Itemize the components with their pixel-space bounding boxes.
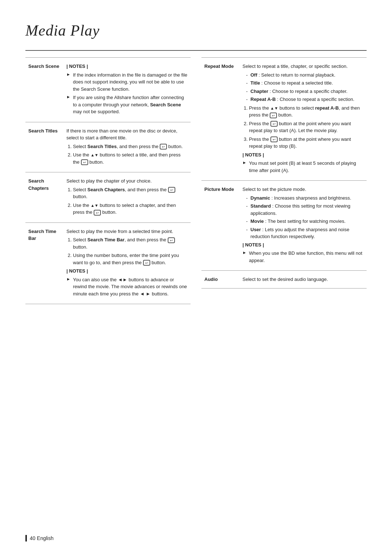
- intro-text: Select to play the chapter of your choic…: [66, 177, 188, 185]
- notes-header: NOTES: [242, 241, 364, 249]
- list-item: If the index information in the file is …: [66, 71, 188, 93]
- list-item: Press the button at the point where you …: [249, 120, 364, 134]
- notes-header: NOTES: [242, 151, 364, 159]
- content-picture-mode: Select to set the picture mode. Dynamic …: [240, 181, 367, 271]
- button-icon: [168, 237, 175, 243]
- right-table: Repeat Mode Select to repeat a title, ch…: [201, 57, 367, 289]
- list-item: Select Search Titles, and then press the…: [73, 143, 188, 150]
- list-item: Use the ▲▼ buttons to select a title, an…: [73, 151, 188, 165]
- steps-list: Select Search Titles, and then press the…: [66, 143, 188, 166]
- list-item: Movie : The best setting for watching mo…: [245, 218, 364, 225]
- list-item: Press the ▲▼ buttons to select repeat A-…: [249, 105, 364, 119]
- content-search-chapters: Select to play the chapter of your choic…: [64, 172, 191, 223]
- list-item: You must set point (B) at least 5 second…: [242, 160, 364, 174]
- dash-list: Dynamic : Increases sharpness and bright…: [242, 195, 364, 240]
- table-row: Picture Mode Select to set the picture m…: [201, 181, 367, 271]
- content-wrapper: Search Scene NOTES If the index informat…: [25, 57, 367, 304]
- list-item: Standard : Choose this setting for most …: [245, 203, 364, 217]
- notes-list: You must set point (B) at least 5 second…: [242, 160, 364, 174]
- list-item: Use the ▲▼ buttons to select a chapter, …: [73, 202, 188, 216]
- list-item: Chapter : Choose to repeat a specific ch…: [245, 88, 364, 95]
- label-audio: Audio: [201, 271, 240, 289]
- title-divider: [25, 50, 367, 51]
- button-icon: [270, 121, 278, 127]
- list-item: Repeat A-B : Choose to repeat a specific…: [245, 96, 364, 103]
- notes-header: NOTES: [66, 63, 188, 70]
- page: Media Play Search Scene NOTES If the ind…: [0, 0, 392, 556]
- notes-list: You can also use the ◄► buttons to advan…: [66, 276, 188, 298]
- content-search-time-bar: Select to play the movie from a selected…: [64, 222, 191, 304]
- label-search-chapters: SearchChapters: [25, 172, 64, 223]
- table-row: Search TimeBar Select to play the movie …: [25, 222, 191, 304]
- button-icon: [270, 136, 278, 142]
- list-item: You can also use the ◄► buttons to advan…: [66, 276, 188, 298]
- list-item: Using the number buttons, enter the time…: [73, 252, 188, 266]
- list-item: Select Search Chapters, and then press t…: [73, 186, 188, 200]
- content-audio: Select to set the desired audio language…: [240, 271, 367, 289]
- list-item: User : Lets you adjust the sharpness and…: [245, 226, 364, 240]
- steps-list: Select Search Time Bar, and then press t…: [66, 236, 188, 266]
- left-table: Search Scene NOTES If the index informat…: [25, 57, 191, 304]
- list-item: Press the button at the point where you …: [249, 136, 364, 150]
- intro-text: If there is more than one movie on the d…: [66, 127, 188, 142]
- label-search-titles: Search Titles: [25, 122, 64, 172]
- button-icon: [160, 144, 167, 150]
- steps-list: Select Search Chapters, and then press t…: [66, 186, 188, 216]
- label-repeat-mode: Repeat Mode: [201, 58, 240, 181]
- table-row: Repeat Mode Select to repeat a title, ch…: [201, 58, 367, 181]
- table-row: Search Scene NOTES If the index informat…: [25, 58, 191, 122]
- steps-list: Press the ▲▼ buttons to select repeat A-…: [242, 105, 364, 150]
- list-item: When you use the BD wise function, this …: [242, 250, 364, 264]
- table-row: Search Titles If there is more than one …: [25, 122, 191, 172]
- button-icon: [143, 260, 150, 266]
- content-search-titles: If there is more than one movie on the d…: [64, 122, 191, 172]
- right-column: Repeat Mode Select to repeat a title, ch…: [201, 57, 367, 304]
- notes-header: NOTES: [66, 267, 188, 275]
- label-search-scene: Search Scene: [25, 58, 64, 122]
- intro-text: Select to set the picture mode.: [242, 186, 364, 193]
- footer-lang: English: [37, 535, 54, 541]
- button-icon: [81, 159, 88, 165]
- notes-list: When you use the BD wise function, this …: [242, 250, 364, 264]
- table-row: Audio Select to set the desired audio la…: [201, 271, 367, 289]
- left-column: Search Scene NOTES If the index informat…: [25, 57, 191, 304]
- list-item: Title : Choose to repeat a selected titl…: [245, 79, 364, 87]
- button-icon: [94, 210, 101, 216]
- footer-bar-icon: [25, 535, 27, 541]
- label-search-time-bar: Search TimeBar: [25, 222, 64, 304]
- dash-list: Off : Select to return to normal playbac…: [242, 71, 364, 103]
- intro-text: Select to repeat a title, chapter, or sp…: [242, 63, 364, 70]
- list-item: Off : Select to return to normal playbac…: [245, 71, 364, 79]
- page-title: Media Play: [25, 22, 367, 39]
- list-item: If you are using the Allshare function a…: [66, 94, 188, 115]
- button-icon: [168, 187, 175, 193]
- list-item: Dynamic : Increases sharpness and bright…: [245, 195, 364, 202]
- footer-page-number: 40: [30, 535, 36, 541]
- button-icon: [270, 113, 277, 118]
- page-footer: 40 English: [25, 535, 54, 541]
- notes-list: If the index information in the file is …: [66, 71, 188, 115]
- content-repeat-mode: Select to repeat a title, chapter, or sp…: [240, 58, 367, 181]
- label-picture-mode: Picture Mode: [201, 181, 240, 271]
- content-search-scene: NOTES If the index information in the fi…: [64, 58, 191, 122]
- list-item: Select Search Time Bar, and then press t…: [73, 236, 188, 250]
- intro-text: Select to play the movie from a selected…: [66, 228, 188, 235]
- table-row: SearchChapters Select to play the chapte…: [25, 172, 191, 223]
